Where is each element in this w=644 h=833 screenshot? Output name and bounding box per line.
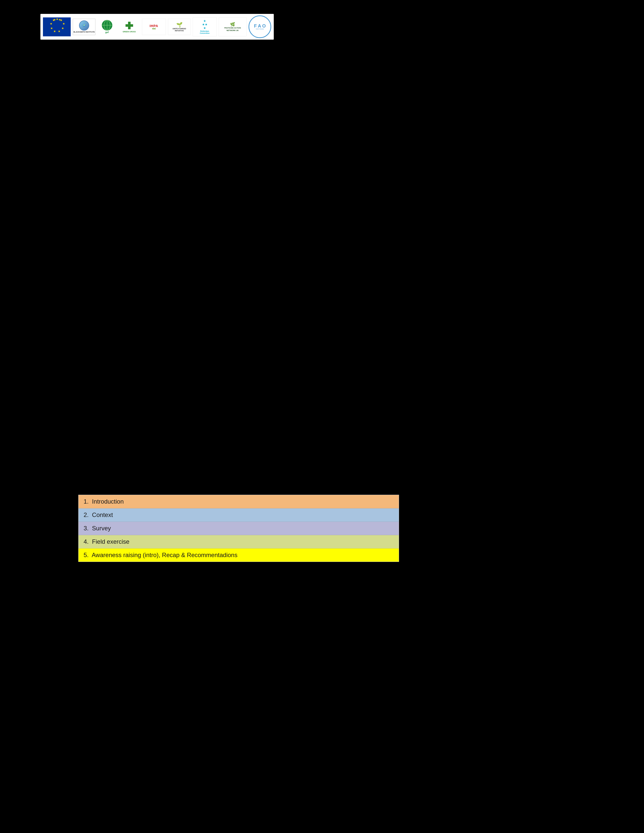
svg-text:★: ★ <box>53 18 56 21</box>
agenda-box: 1. Introduction 2. Context 3. Survey 4. … <box>78 495 399 562</box>
agenda-label-4: Field exercise <box>92 538 129 545</box>
eu-logo: ★ ★ ★ ★ ★ ★ ★ ★ ★ ★ ★ <box>43 18 71 36</box>
blacksmith-logo: 🌍 BLACKSMITH INSTITUTE <box>73 19 95 35</box>
svg-text:★: ★ <box>50 22 53 26</box>
pan-logo: 🌿 PESTICIDE ACTION NETWORK UK <box>219 18 246 36</box>
agenda-item-5: 5. Awareness raising (intro), Recap & Re… <box>79 548 399 562</box>
fao-logo: F A O FIAT PANIS <box>248 15 271 38</box>
agenda-label-5: Awareness raising (intro), Recap & Recom… <box>92 552 237 558</box>
agenda-label-2: Context <box>92 511 113 518</box>
agenda-number-5: 5. <box>84 552 92 558</box>
svg-text:★: ★ <box>50 26 53 30</box>
agenda-number-4: 4. <box>84 538 92 545</box>
agenda-number-1: 1. <box>84 498 92 505</box>
svg-text:★: ★ <box>58 29 61 33</box>
konrad-logo: 🌱 UNITE KONRADINITIATIVE <box>168 19 191 35</box>
rotterdam-logo: ★ ★★ ★ RotterdamConvention <box>193 18 217 36</box>
gef-logo: gef <box>98 19 116 35</box>
agenda-number-2: 2. <box>84 511 92 518</box>
agenda-label-3: Survey <box>92 525 111 532</box>
agenda-item-2: 2. Context <box>79 508 399 522</box>
agenda-label-1: Introduction <box>92 498 124 505</box>
svg-text:★: ★ <box>63 22 65 26</box>
agenda-item-3: 3. Survey <box>79 522 399 535</box>
svg-text:★: ★ <box>53 29 56 33</box>
ihpa-logo: IHPA 🌿🌿 <box>142 19 166 35</box>
agenda-number-3: 3. <box>84 525 92 532</box>
agenda-item-4: 4. Field exercise <box>79 535 399 548</box>
header-logos: ★ ★ ★ ★ ★ ★ ★ ★ ★ ★ ★ 🌍 BLACKSMITH INSTI… <box>40 14 274 40</box>
svg-text:★: ★ <box>61 26 64 30</box>
svg-text:★: ★ <box>58 18 61 21</box>
greencross-logo: GREEN CROSS <box>118 19 140 35</box>
agenda-item-1: 1. Introduction <box>79 495 399 508</box>
